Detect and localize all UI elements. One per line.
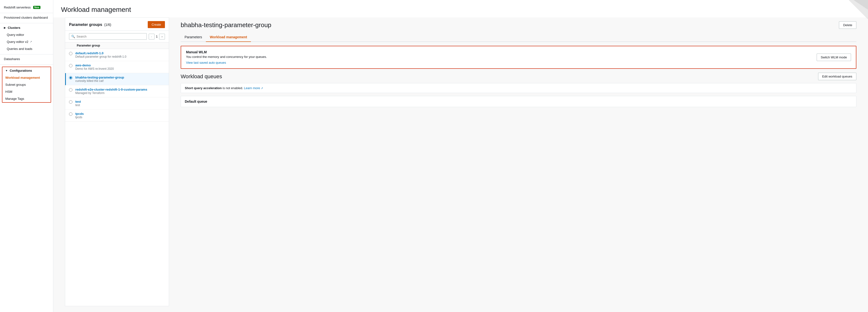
pagination: ‹ 1 › [149,34,165,39]
sidebar-item-hsm[interactable]: HSM [2,88,51,95]
next-page-button[interactable]: › [159,34,165,39]
sidebar-serverless-label: Redshift serverless [4,6,31,9]
sidebar-provisioned-section: Provisioned clusters dashboard [0,14,53,23]
configurations-chevron: ▼ [5,69,8,72]
view-last-saved-link[interactable]: View last saved auto queues [186,61,226,64]
right-panel: bhabha-testing-parameter-group Delete Pa… [175,18,862,306]
search-icon: 🔍 [71,35,75,38]
right-header: bhabha-testing-parameter-group Delete [181,21,857,29]
wlm-box: Manual WLM You control the memory and co… [181,46,857,69]
left-panel: Parameter groups (1/6) Create 🔍 ‹ 1 › Pa… [65,18,169,306]
external-link-icon: ↗ [30,40,32,43]
param-name-4: test [75,100,81,103]
sidebar-item-provisioned[interactable]: Provisioned clusters dashboard [0,14,53,21]
parameter-list: default.redshift-1.0 Default parameter g… [65,49,169,306]
sidebar-item-manage-tags[interactable]: Manage Tags [2,95,51,102]
page-title: Workload management [61,6,860,13]
param-list-item-1[interactable]: aws-demo Demo for AWS re:Invent 2020 [65,61,169,73]
param-desc-4: test [75,103,81,107]
configurations-box: ▼ Configurations Workload management Sub… [2,67,51,103]
param-radio-5[interactable] [69,113,72,116]
sidebar-item-clusters[interactable]: ▶ Clusters [0,24,53,31]
sqa-text-pre: Short query acceleration [185,86,222,90]
sqa-notice: Short query acceleration is not enabled.… [181,83,857,93]
external-link-icon: ↗ [261,87,263,90]
param-name-1: aws-demo [75,63,114,67]
create-button[interactable]: Create [148,21,165,28]
search-box: 🔍 [69,33,147,40]
clusters-chevron: ▶ [4,26,6,29]
param-desc-0: Default parameter group for redshift-1.0 [75,55,126,58]
wlm-title: Manual WLM [186,50,817,54]
param-name-0: default.redshift-1.0 [75,51,126,55]
tab-workload-management[interactable]: Workload management [206,33,251,42]
section-title: Workload queues [181,73,222,80]
search-input[interactable] [76,35,145,38]
panels-row: Parameter groups (1/6) Create 🔍 ‹ 1 › Pa… [53,18,868,312]
wlm-desc: You control the memory and concurrency f… [186,55,817,59]
param-radio-1[interactable] [69,64,72,67]
panel-count: (1/6) [104,23,111,27]
new-badge: New [33,6,41,9]
param-list-item-3[interactable]: redshift-e2e-cluster-redshift-1-0-custom… [65,85,169,97]
default-queue-section: Default queue [181,96,857,107]
page-number: 1 [156,35,158,38]
param-radio-0[interactable] [69,52,72,55]
param-name-3: redshift-e2e-cluster-redshift-1-0-custom… [75,88,147,91]
sidebar-item-query-editor-v2[interactable]: Query editor v2 ↗ [0,38,53,45]
param-list-item-0[interactable]: default.redshift-1.0 Default parameter g… [65,49,169,61]
param-desc-1: Demo for AWS re:Invent 2020 [75,67,114,70]
workload-queues-section: Workload queues Edit workload queues Sho… [181,73,857,107]
param-list-item-2[interactable]: bhabha-testing-parameter-group curiosity… [65,73,169,85]
param-name-5: tpcds [75,112,84,116]
edit-workload-queues-button[interactable]: Edit workload queues [818,73,857,80]
param-desc-5: tpcds [75,116,84,119]
sidebar-item-workload-management[interactable]: Workload management [2,74,51,81]
default-queue-title: Default queue [185,99,852,103]
page-wrapper: Workload management Parameter groups (1/… [53,0,868,312]
sidebar-item-queries-loads[interactable]: Queries and loads [0,45,53,52]
wlm-info: Manual WLM You control the memory and co… [186,50,817,64]
param-desc-2: curiosity killed the cat! [75,79,124,83]
table-column-header: Parameter group [65,42,169,49]
page-header: Workload management [53,0,868,18]
param-radio-4[interactable] [69,100,72,104]
sidebar-clusters-section: ▶ Clusters Query editor Query editor v2 … [0,24,53,55]
switch-wlm-button[interactable]: Switch WLM mode [817,54,851,61]
sidebar-item-subnet-groups[interactable]: Subnet groups [2,81,51,88]
param-desc-3: Managed by Terraform [75,91,147,95]
param-list-item-4[interactable]: test test [65,97,169,110]
param-radio-2[interactable] [69,76,72,80]
tabs-row: Parameters Workload management [181,33,857,42]
param-list-item-5[interactable]: tpcds tpcds [65,110,169,122]
panel-header: Parameter groups (1/6) Create [65,18,169,31]
sidebar-datashares-section: Datashares [0,56,53,65]
tab-parameters[interactable]: Parameters [181,33,206,42]
param-name-2: bhabha-testing-parameter-group [75,75,124,79]
param-radio-3[interactable] [69,88,72,92]
panel-title: Parameter groups (1/6) [69,23,111,27]
sidebar-item-query-editor[interactable]: Query editor [0,31,53,38]
prev-page-button[interactable]: ‹ [149,34,155,39]
sidebar-item-serverless[interactable]: Redshift serverless New [0,4,53,11]
sqa-text-post: is not enabled. [222,86,243,90]
sidebar: Redshift serverless New Provisioned clus… [0,0,53,312]
learn-more-link[interactable]: Learn more ↗ [244,86,263,90]
right-panel-title: bhabha-testing-parameter-group [181,21,271,29]
sidebar-item-configurations[interactable]: ▼ Configurations [2,67,51,74]
sidebar-serverless-section: Redshift serverless New [0,4,53,13]
section-header: Workload queues Edit workload queues [181,73,857,80]
search-row: 🔍 ‹ 1 › [65,31,169,42]
delete-button[interactable]: Delete [839,21,857,29]
sidebar-item-datashares[interactable]: Datashares [0,56,53,62]
